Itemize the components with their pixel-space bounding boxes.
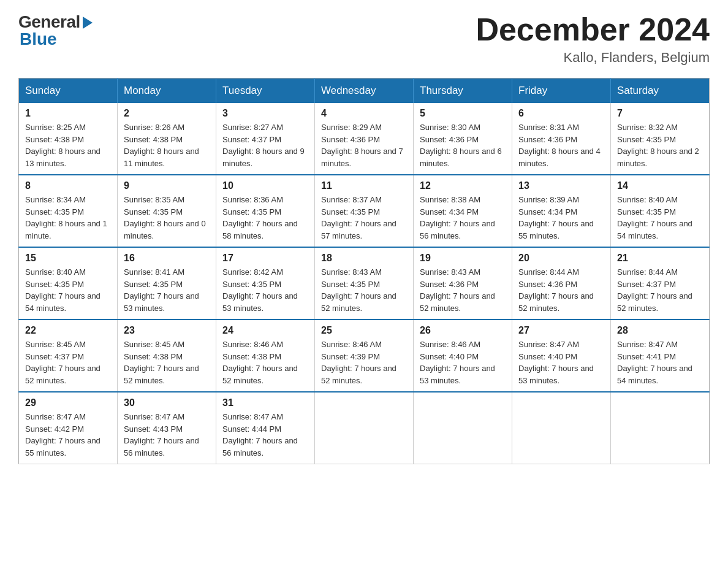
day-number: 11 — [321, 180, 407, 191]
day-number: 18 — [321, 253, 407, 264]
day-number: 21 — [617, 253, 703, 264]
day-info: Sunrise: 8:38 AMSunset: 4:34 PMDaylight:… — [420, 194, 506, 242]
day-number: 12 — [420, 180, 506, 191]
title-section: December 2024 Kallo, Flanders, Belgium — [476, 12, 710, 66]
calendar-cell: 20Sunrise: 8:44 AMSunset: 4:36 PMDayligh… — [512, 247, 611, 320]
calendar-cell — [315, 392, 414, 464]
calendar-cell: 14Sunrise: 8:40 AMSunset: 4:35 PMDayligh… — [611, 175, 710, 247]
calendar-cell: 10Sunrise: 8:36 AMSunset: 4:35 PMDayligh… — [216, 175, 315, 247]
day-info: Sunrise: 8:41 AMSunset: 4:35 PMDaylight:… — [124, 266, 210, 314]
day-info: Sunrise: 8:30 AMSunset: 4:36 PMDaylight:… — [420, 121, 506, 169]
day-info: Sunrise: 8:25 AMSunset: 4:38 PMDaylight:… — [25, 121, 111, 169]
calendar-cell: 18Sunrise: 8:43 AMSunset: 4:35 PMDayligh… — [315, 247, 414, 320]
calendar-cell — [414, 392, 512, 464]
month-title: December 2024 — [476, 12, 710, 47]
calendar-cell: 8Sunrise: 8:34 AMSunset: 4:35 PMDaylight… — [19, 175, 118, 247]
week-row-1: 1Sunrise: 8:25 AMSunset: 4:38 PMDaylight… — [19, 103, 710, 175]
location-text: Kallo, Flanders, Belgium — [476, 50, 710, 66]
calendar-cell: 31Sunrise: 8:47 AMSunset: 4:44 PMDayligh… — [216, 392, 315, 464]
day-number: 23 — [124, 325, 210, 336]
day-info: Sunrise: 8:40 AMSunset: 4:35 PMDaylight:… — [25, 266, 111, 314]
day-number: 31 — [222, 397, 308, 408]
calendar-cell: 16Sunrise: 8:41 AMSunset: 4:35 PMDayligh… — [118, 247, 216, 320]
day-info: Sunrise: 8:47 AMSunset: 4:40 PMDaylight:… — [518, 339, 604, 386]
day-info: Sunrise: 8:43 AMSunset: 4:36 PMDaylight:… — [420, 266, 506, 314]
day-info: Sunrise: 8:46 AMSunset: 4:38 PMDaylight:… — [222, 339, 308, 386]
day-number: 22 — [25, 325, 111, 336]
day-number: 1 — [25, 108, 111, 119]
calendar-cell: 3Sunrise: 8:27 AMSunset: 4:37 PMDaylight… — [216, 103, 315, 175]
week-row-4: 22Sunrise: 8:45 AMSunset: 4:37 PMDayligh… — [19, 320, 710, 392]
calendar-cell: 21Sunrise: 8:44 AMSunset: 4:37 PMDayligh… — [611, 247, 710, 320]
day-info: Sunrise: 8:47 AMSunset: 4:42 PMDaylight:… — [25, 411, 111, 459]
weekday-header-friday: Friday — [512, 79, 611, 104]
day-number: 24 — [222, 325, 308, 336]
day-number: 7 — [617, 108, 703, 119]
day-info: Sunrise: 8:39 AMSunset: 4:34 PMDaylight:… — [518, 194, 604, 242]
day-info: Sunrise: 8:44 AMSunset: 4:37 PMDaylight:… — [617, 266, 703, 314]
weekday-header-monday: Monday — [118, 79, 216, 104]
calendar-cell: 26Sunrise: 8:46 AMSunset: 4:40 PMDayligh… — [414, 320, 512, 392]
calendar-cell: 5Sunrise: 8:30 AMSunset: 4:36 PMDaylight… — [414, 103, 512, 175]
day-number: 25 — [321, 325, 407, 336]
day-number: 29 — [25, 397, 111, 408]
calendar-cell: 27Sunrise: 8:47 AMSunset: 4:40 PMDayligh… — [512, 320, 611, 392]
weekday-header-row: SundayMondayTuesdayWednesdayThursdayFrid… — [19, 79, 710, 104]
day-number: 8 — [25, 180, 111, 191]
day-number: 14 — [617, 180, 703, 191]
logo-triangle-icon — [83, 17, 93, 29]
day-number: 26 — [420, 325, 506, 336]
day-info: Sunrise: 8:26 AMSunset: 4:38 PMDaylight:… — [124, 121, 210, 169]
calendar-cell: 4Sunrise: 8:29 AMSunset: 4:36 PMDaylight… — [315, 103, 414, 175]
day-info: Sunrise: 8:46 AMSunset: 4:39 PMDaylight:… — [321, 339, 407, 386]
calendar-cell: 24Sunrise: 8:46 AMSunset: 4:38 PMDayligh… — [216, 320, 315, 392]
day-info: Sunrise: 8:35 AMSunset: 4:35 PMDaylight:… — [124, 194, 210, 242]
day-info: Sunrise: 8:40 AMSunset: 4:35 PMDaylight:… — [617, 194, 703, 242]
day-info: Sunrise: 8:31 AMSunset: 4:36 PMDaylight:… — [518, 121, 604, 169]
day-info: Sunrise: 8:47 AMSunset: 4:43 PMDaylight:… — [124, 411, 210, 459]
day-info: Sunrise: 8:29 AMSunset: 4:36 PMDaylight:… — [321, 121, 407, 169]
calendar-cell: 15Sunrise: 8:40 AMSunset: 4:35 PMDayligh… — [19, 247, 118, 320]
calendar-cell: 23Sunrise: 8:45 AMSunset: 4:38 PMDayligh… — [118, 320, 216, 392]
weekday-header-wednesday: Wednesday — [315, 79, 414, 104]
day-number: 13 — [518, 180, 604, 191]
calendar-table: SundayMondayTuesdayWednesdayThursdayFrid… — [18, 78, 710, 464]
calendar-cell: 12Sunrise: 8:38 AMSunset: 4:34 PMDayligh… — [414, 175, 512, 247]
weekday-header-tuesday: Tuesday — [216, 79, 315, 104]
calendar-cell — [611, 392, 710, 464]
logo: General Blue — [18, 12, 93, 49]
day-info: Sunrise: 8:44 AMSunset: 4:36 PMDaylight:… — [518, 266, 604, 314]
logo-blue-text: Blue — [20, 29, 57, 49]
day-number: 17 — [222, 253, 308, 264]
day-info: Sunrise: 8:37 AMSunset: 4:35 PMDaylight:… — [321, 194, 407, 242]
day-number: 15 — [25, 253, 111, 264]
day-info: Sunrise: 8:36 AMSunset: 4:35 PMDaylight:… — [222, 194, 308, 242]
calendar-cell: 11Sunrise: 8:37 AMSunset: 4:35 PMDayligh… — [315, 175, 414, 247]
day-number: 10 — [222, 180, 308, 191]
day-info: Sunrise: 8:43 AMSunset: 4:35 PMDaylight:… — [321, 266, 407, 314]
day-number: 2 — [124, 108, 210, 119]
day-info: Sunrise: 8:47 AMSunset: 4:44 PMDaylight:… — [222, 411, 308, 459]
day-number: 5 — [420, 108, 506, 119]
week-row-2: 8Sunrise: 8:34 AMSunset: 4:35 PMDaylight… — [19, 175, 710, 247]
calendar-cell: 29Sunrise: 8:47 AMSunset: 4:42 PMDayligh… — [19, 392, 118, 464]
day-number: 30 — [124, 397, 210, 408]
calendar-cell: 17Sunrise: 8:42 AMSunset: 4:35 PMDayligh… — [216, 247, 315, 320]
day-number: 4 — [321, 108, 407, 119]
calendar-cell: 7Sunrise: 8:32 AMSunset: 4:35 PMDaylight… — [611, 103, 710, 175]
calendar-cell: 28Sunrise: 8:47 AMSunset: 4:41 PMDayligh… — [611, 320, 710, 392]
weekday-header-thursday: Thursday — [414, 79, 512, 104]
weekday-header-sunday: Sunday — [19, 79, 118, 104]
day-number: 27 — [518, 325, 604, 336]
day-info: Sunrise: 8:45 AMSunset: 4:38 PMDaylight:… — [124, 339, 210, 386]
day-info: Sunrise: 8:32 AMSunset: 4:35 PMDaylight:… — [617, 121, 703, 169]
calendar-cell: 13Sunrise: 8:39 AMSunset: 4:34 PMDayligh… — [512, 175, 611, 247]
calendar-cell: 1Sunrise: 8:25 AMSunset: 4:38 PMDaylight… — [19, 103, 118, 175]
calendar-cell: 19Sunrise: 8:43 AMSunset: 4:36 PMDayligh… — [414, 247, 512, 320]
day-number: 3 — [222, 108, 308, 119]
day-info: Sunrise: 8:45 AMSunset: 4:37 PMDaylight:… — [25, 339, 111, 386]
calendar-cell: 22Sunrise: 8:45 AMSunset: 4:37 PMDayligh… — [19, 320, 118, 392]
day-number: 28 — [617, 325, 703, 336]
calendar-cell — [512, 392, 611, 464]
week-row-3: 15Sunrise: 8:40 AMSunset: 4:35 PMDayligh… — [19, 247, 710, 320]
